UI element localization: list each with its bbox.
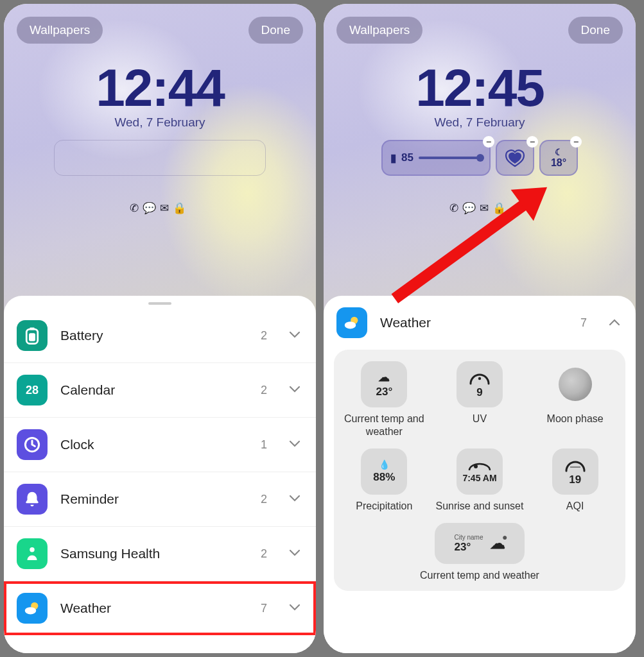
samsung-health-icon <box>17 538 48 569</box>
sunrise-icon <box>467 460 492 472</box>
clock-icon <box>17 429 48 460</box>
list-item-weather[interactable]: Weather 7 <box>4 581 316 635</box>
list-item-count: 2 <box>261 493 267 506</box>
chevron-up-icon <box>609 317 620 328</box>
phone-right: Wallpapers Done 12:45 Wed, 7 February ▮ … <box>320 0 640 657</box>
notification-icons: ✆💬✉🔒 <box>324 201 636 215</box>
weather-widgets-sheet[interactable]: Weather 7 ☁ 23° Current temp and weather <box>324 296 636 653</box>
weather-temp-widget[interactable]: ☾ 18° − <box>539 140 578 176</box>
svg-rect-2 <box>29 334 35 342</box>
gauge-icon <box>467 370 492 385</box>
svg-rect-1 <box>30 328 35 330</box>
chevron-down-icon <box>289 548 300 559</box>
droplet-icon: 💧 <box>379 459 390 470</box>
done-button[interactable]: Done <box>248 17 303 44</box>
list-item-count: 2 <box>261 384 267 397</box>
widget-aqi[interactable]: 19 AQI <box>530 448 620 513</box>
temp-value: 18° <box>551 157 566 169</box>
widget-slot-row: ▮ 85 − − ☾ 18° − <box>324 140 636 176</box>
list-item-label: Calendar <box>60 382 248 398</box>
chat-icon: 💬 <box>462 202 480 214</box>
reminder-icon <box>17 484 48 515</box>
weather-header-label: Weather <box>380 315 568 330</box>
widget-moon-phase[interactable]: Moon phase <box>530 361 620 438</box>
battery-icon: ▮ <box>390 151 396 165</box>
moon-icon <box>559 368 592 401</box>
chevron-down-icon <box>289 439 300 450</box>
weather-header-row[interactable]: Weather 7 <box>324 296 636 347</box>
svg-point-10 <box>474 465 478 468</box>
list-item-count: 7 <box>261 602 267 615</box>
svg-point-8 <box>345 322 356 329</box>
list-item-label: Weather <box>60 601 248 616</box>
editor-topbar: Wallpapers Done <box>4 17 316 44</box>
lock-icon: 🔒 <box>173 202 190 214</box>
list-item-label: Battery <box>60 328 248 343</box>
svg-point-6 <box>25 608 37 615</box>
widget-uv[interactable]: 9 UV <box>435 361 525 438</box>
phone-left: Wallpapers Done 12:44 Wed, 7 February ✆💬… <box>0 0 320 657</box>
battery-widget[interactable]: ▮ 85 − <box>381 140 491 176</box>
svg-point-9 <box>478 377 481 380</box>
list-item-battery[interactable]: Battery 2 <box>4 309 316 363</box>
wallpapers-button[interactable]: Wallpapers <box>336 17 422 44</box>
chevron-down-icon <box>289 493 300 505</box>
list-item-samsung-health[interactable]: Samsung Health 2 <box>4 527 316 581</box>
svg-point-4 <box>30 547 35 552</box>
list-item-clock[interactable]: Clock 1 <box>4 418 316 472</box>
weather-icon <box>17 593 48 624</box>
widget-slot-empty[interactable] <box>54 140 266 176</box>
screen-left: Wallpapers Done 12:44 Wed, 7 February ✆💬… <box>4 4 316 653</box>
moon-icon: ☾ <box>555 147 563 157</box>
missed-call-icon: ✆ <box>449 202 462 214</box>
cloud-icon: ☁● <box>490 534 505 552</box>
chat-icon: 💬 <box>143 202 160 214</box>
list-item-calendar[interactable]: 28 Calendar 2 <box>4 363 316 418</box>
chevron-down-icon <box>289 384 300 396</box>
widget-city-temp[interactable]: City name 23° ☁● Current temp and weathe… <box>339 523 620 582</box>
list-item-count: 2 <box>261 329 267 343</box>
list-item-count: 1 <box>261 438 267 452</box>
list-item-count: 2 <box>261 547 267 561</box>
clock-date: Wed, 7 February <box>324 115 636 130</box>
remove-widget-button[interactable]: − <box>570 136 582 148</box>
clock-area[interactable]: 12:44 Wed, 7 February <box>4 62 316 176</box>
widget-sunrise-sunset[interactable]: 7:45 AM Sunrise and sunset <box>435 448 525 513</box>
list-item-label: Samsung Health <box>60 546 248 561</box>
chevron-down-icon <box>289 330 300 341</box>
editor-topbar: Wallpapers Done <box>324 17 636 44</box>
battery-value: 85 <box>401 151 413 164</box>
mail-icon: ✉ <box>480 202 492 214</box>
calendar-icon: 28 <box>17 375 48 405</box>
screen-right: Wallpapers Done 12:45 Wed, 7 February ▮ … <box>324 4 636 653</box>
clock-time: 12:45 <box>324 62 636 114</box>
heart-icon <box>503 148 527 167</box>
remove-widget-button[interactable]: − <box>483 136 494 148</box>
mail-icon: ✉ <box>160 202 173 214</box>
weather-icon <box>336 307 367 338</box>
battery-slider <box>419 157 482 159</box>
clock-area[interactable]: 12:45 Wed, 7 February ▮ 85 − − ☾ 18° − <box>324 62 636 176</box>
clock-time: 12:44 <box>4 62 316 114</box>
drag-handle[interactable] <box>148 302 171 305</box>
heart-widget[interactable]: − <box>496 140 534 176</box>
weather-header-count: 7 <box>580 316 587 330</box>
widget-precipitation[interactable]: 💧 88% Precipitation <box>339 448 429 513</box>
cloud-icon: ☁ <box>378 370 390 384</box>
chevron-down-icon <box>289 602 300 614</box>
remove-widget-button[interactable]: − <box>527 136 538 148</box>
wallpapers-button[interactable]: Wallpapers <box>17 17 103 44</box>
battery-icon <box>17 320 48 351</box>
notification-icons: ✆💬✉🔒 <box>4 201 316 215</box>
widget-current-temp[interactable]: ☁ 23° Current temp and weather <box>339 361 429 438</box>
widget-picker-sheet[interactable]: Battery 2 28 Calendar 2 Clock 1 <box>4 296 316 653</box>
list-item-label: Reminder <box>60 491 248 507</box>
missed-call-icon: ✆ <box>130 202 143 214</box>
done-button[interactable]: Done <box>568 17 623 44</box>
list-item-label: Clock <box>60 437 248 452</box>
list-item-reminder[interactable]: Reminder 2 <box>4 472 316 527</box>
gauge-icon <box>563 457 587 472</box>
weather-widget-grid: ☁ 23° Current temp and weather 9 UV <box>334 350 625 591</box>
clock-date: Wed, 7 February <box>4 115 316 130</box>
